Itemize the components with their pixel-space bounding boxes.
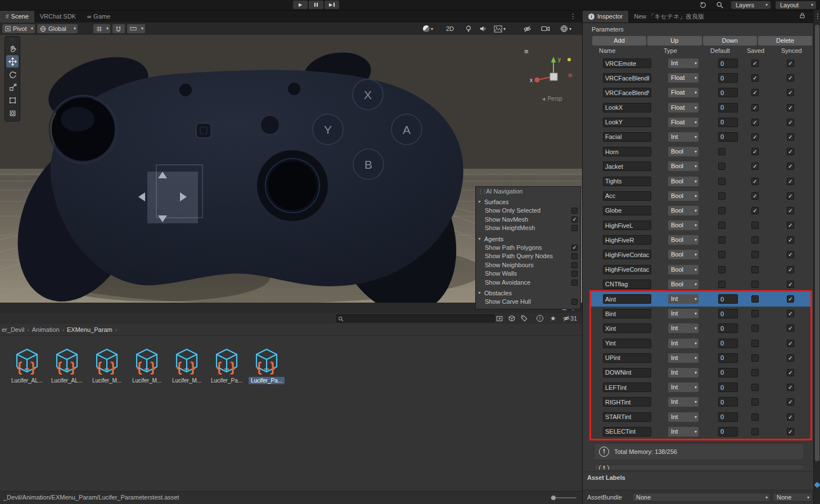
param-saved-checkbox[interactable]: ✓ xyxy=(751,163,759,170)
param-saved-checkbox[interactable] xyxy=(751,251,759,258)
param-name-field[interactable] xyxy=(603,132,651,142)
param-saved-checkbox[interactable] xyxy=(751,281,759,288)
asset-item[interactable]: { } Lucifer_M... xyxy=(129,346,165,384)
param-saved-checkbox[interactable] xyxy=(751,428,759,435)
asset-item[interactable]: { } Lucifer_Pa... xyxy=(209,346,245,384)
nav-toggle-row[interactable]: Show NavMesh✓ xyxy=(476,215,580,224)
param-name-field[interactable] xyxy=(603,427,651,436)
param-default-checkbox[interactable] xyxy=(718,207,726,214)
nav-toggle-checkbox[interactable] xyxy=(571,271,578,277)
scrollbar-thumb[interactable] xyxy=(815,25,819,461)
rotate-tool-button[interactable] xyxy=(6,68,19,80)
param-name-field[interactable] xyxy=(603,250,651,259)
param-row[interactable]: Int▾✓✓ xyxy=(591,130,812,145)
grid-visibility-dropdown[interactable]: ▾ xyxy=(93,24,110,33)
param-row[interactable]: Float▾✓✓ xyxy=(591,101,812,115)
param-saved-checkbox[interactable] xyxy=(751,340,759,347)
param-name-field[interactable] xyxy=(603,177,651,186)
param-synced-checkbox[interactable]: ✓ xyxy=(787,89,794,96)
breadcrumb-item[interactable]: er_Devil xyxy=(2,326,24,333)
param-saved-checkbox[interactable] xyxy=(751,354,759,362)
param-name-field[interactable] xyxy=(603,235,651,245)
panel-menu-icon[interactable]: ⋮ xyxy=(814,12,820,20)
param-saved-checkbox[interactable] xyxy=(751,236,759,244)
param-synced-checkbox[interactable]: ✓ xyxy=(787,413,794,421)
param-synced-checkbox[interactable]: ✓ xyxy=(787,428,794,435)
param-saved-checkbox[interactable] xyxy=(751,384,759,391)
param-type-dropdown[interactable]: Float▾ xyxy=(668,73,699,83)
param-type-dropdown[interactable]: Int▾ xyxy=(668,427,699,436)
param-down-button[interactable]: Down xyxy=(703,36,757,46)
param-synced-checkbox[interactable]: ✓ xyxy=(787,60,794,67)
param-saved-checkbox[interactable] xyxy=(751,310,759,317)
param-row[interactable]: Bool▾✓ xyxy=(591,218,812,233)
param-type-dropdown[interactable]: Int▾ xyxy=(668,368,699,377)
hidden-items-eye-icon[interactable]: 31 xyxy=(562,314,577,322)
param-synced-checkbox[interactable]: ✓ xyxy=(787,325,794,332)
pause-button[interactable] xyxy=(309,1,323,9)
param-type-dropdown[interactable]: Int▾ xyxy=(668,397,699,407)
layers-dropdown[interactable]: Layers ▾ xyxy=(731,1,771,9)
assetbundle-variant-dropdown[interactable]: None ▾ xyxy=(773,493,812,502)
param-type-dropdown[interactable]: Bool▾ xyxy=(668,206,699,215)
asset-item[interactable]: { } Lucifer_M... xyxy=(169,346,205,384)
param-default-checkbox[interactable] xyxy=(718,236,726,244)
param-synced-checkbox[interactable]: ✓ xyxy=(787,281,794,288)
breadcrumb-item[interactable]: EXMenu_Param xyxy=(67,326,112,333)
param-saved-checkbox[interactable]: ✓ xyxy=(751,148,759,155)
scene-tab-game[interactable]: ∞Game xyxy=(82,10,116,22)
nav-section[interactable]: ▼Obstacles xyxy=(476,289,580,298)
nav-toggle-row[interactable]: Show Walls xyxy=(476,269,580,278)
scene-tab-scene[interactable]: #Scene xyxy=(0,10,34,22)
param-default-checkbox[interactable] xyxy=(718,192,726,200)
nav-toggle-row[interactable]: Show Path Polygons✓ xyxy=(476,244,580,253)
undo-history-icon[interactable] xyxy=(699,1,707,9)
nav-toggle-row[interactable]: Show Neighbours xyxy=(476,261,580,270)
scene-effects-dropdown[interactable]: ▾ xyxy=(494,24,506,33)
param-row[interactable]: Bool▾✓✓ xyxy=(591,159,812,174)
gizmos-dropdown[interactable]: ▾ xyxy=(560,24,571,33)
nav-toggle-row[interactable]: Show Path Query Nodes xyxy=(476,252,580,261)
scene-orientation-gizmo[interactable]: y x ◄ Persp xyxy=(528,52,582,106)
param-name-field[interactable] xyxy=(603,280,651,289)
param-saved-checkbox[interactable] xyxy=(751,369,759,376)
project-search-field[interactable] xyxy=(336,314,495,322)
param-default-field[interactable] xyxy=(718,353,738,363)
param-row[interactable]: Int▾✓✓ xyxy=(591,56,812,71)
param-saved-checkbox[interactable]: ✓ xyxy=(751,207,759,214)
param-row[interactable]: Bool▾✓ xyxy=(591,233,812,248)
search-icon[interactable] xyxy=(716,1,724,9)
param-synced-checkbox[interactable]: ✓ xyxy=(787,222,794,229)
scene-lighting-toggle[interactable] xyxy=(465,24,472,33)
nav-toggle-checkbox[interactable] xyxy=(571,299,578,305)
param-name-field[interactable] xyxy=(603,412,651,422)
param-default-checkbox[interactable] xyxy=(718,178,726,185)
panel-menu-icon[interactable]: ⋮ xyxy=(570,10,576,22)
view-tool-button[interactable] xyxy=(6,42,19,55)
scene-tab-vrchat-sdk[interactable]: VRChat SDK xyxy=(34,10,82,22)
param-default-field[interactable] xyxy=(718,339,738,348)
param-name-field[interactable] xyxy=(603,397,651,407)
param-default-field[interactable] xyxy=(718,58,738,68)
param-row[interactable]: Int▾✓ xyxy=(591,395,812,410)
overlay-menu-icon[interactable]: ≡ xyxy=(524,47,529,56)
param-synced-checkbox[interactable]: ✓ xyxy=(787,384,794,391)
draw-mode-dropdown[interactable]: ▾ xyxy=(423,24,433,33)
param-saved-checkbox[interactable]: ✓ xyxy=(751,60,759,67)
param-name-field[interactable] xyxy=(603,58,651,68)
scene-camera-settings[interactable] xyxy=(541,24,550,33)
scene-visibility-toggle[interactable] xyxy=(523,24,531,33)
param-synced-checkbox[interactable]: ✓ xyxy=(787,266,794,273)
param-add-button[interactable]: Add xyxy=(592,36,646,46)
nav-toggle-row[interactable]: Show Carve Hull xyxy=(476,298,580,307)
param-synced-checkbox[interactable]: ✓ xyxy=(787,369,794,376)
param-type-dropdown[interactable]: Int▾ xyxy=(668,353,699,363)
param-type-dropdown[interactable]: Int▾ xyxy=(668,309,699,318)
param-type-dropdown[interactable]: Bool▾ xyxy=(668,280,699,289)
param-default-field[interactable] xyxy=(718,294,738,304)
param-type-dropdown[interactable]: Bool▾ xyxy=(668,250,699,259)
param-default-field[interactable] xyxy=(718,309,738,318)
param-type-dropdown[interactable]: Bool▾ xyxy=(668,161,699,171)
param-synced-checkbox[interactable]: ✓ xyxy=(787,236,794,244)
drag-handle-icon[interactable]: ⋯ xyxy=(5,38,20,42)
